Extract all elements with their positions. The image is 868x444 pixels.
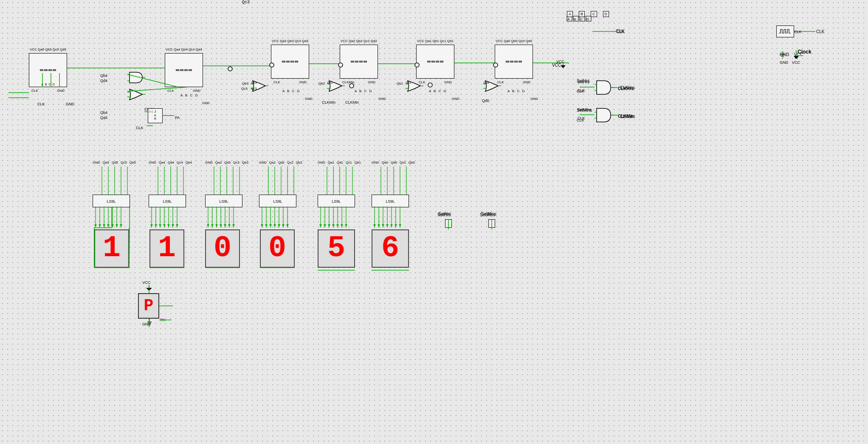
or-gate-1 (127, 87, 149, 102)
svg-marker-118 (269, 224, 272, 227)
gnd-dec0: GND (530, 97, 538, 101)
svg-text:Qc3: Qc3 (251, 87, 257, 90)
svg-marker-78 (111, 224, 114, 227)
svg-text:A: A (567, 17, 570, 21)
seven-seg-display-1: 5 (318, 229, 355, 268)
svg-marker-148 (390, 224, 393, 227)
svg-marker-107 (228, 224, 231, 227)
qb5-label: Qb4 (100, 110, 107, 115)
vcc-sym-bottom (147, 285, 152, 291)
seven-seg-display-3: 0 (205, 229, 240, 268)
setmins-and-gate (595, 106, 618, 124)
svg-marker-119 (273, 224, 276, 227)
svg-marker-133 (332, 224, 335, 227)
svg-marker-136 (345, 224, 347, 227)
svg-marker-92 (167, 224, 170, 227)
svg-text:CLK: CLK (37, 102, 45, 106)
dec5-wires (91, 206, 132, 228)
svg-point-230 (415, 63, 419, 67)
digit-1: 5 (327, 234, 345, 263)
setmins-bottom-label: SetMins (480, 212, 495, 217)
svg-marker-90 (159, 224, 161, 227)
svg-marker-94 (176, 224, 178, 227)
clock-box (776, 25, 794, 37)
sethrs-and-gate (595, 79, 618, 96)
dec3-wires (204, 206, 244, 228)
abcd-cnt2: A B C D (355, 89, 372, 93)
or-gate-4: Qb1 (406, 79, 427, 93)
sethrs-switch[interactable] (445, 219, 452, 228)
svg-marker-89 (155, 224, 157, 227)
svg-marker-93 (172, 224, 174, 227)
svg-text:GND: GND (66, 102, 75, 106)
not-bubble-cnt4 (227, 66, 233, 72)
svg-marker-116 (261, 224, 263, 227)
seg-decoder-4: LS9L (149, 195, 186, 207)
svg-marker-76 (103, 224, 105, 227)
clkmin-output-label: CLKMin (618, 114, 634, 119)
abcd-cnt3: A B C D (282, 89, 300, 93)
svg-marker-75 (99, 224, 101, 227)
svg-marker-134 (336, 224, 339, 227)
digit-0: 6 (381, 234, 399, 263)
svg-text:C: C (580, 17, 583, 21)
seg5-top-labels: GNDQa5Qd5Qc5Qb5 (93, 161, 136, 164)
seg-decoder-1: LS9L (318, 195, 355, 207)
svg-marker-130 (319, 224, 322, 227)
setmins-switch[interactable] (488, 219, 495, 228)
svg-marker-233 (561, 65, 565, 68)
qd4-label: Qd4 (100, 79, 107, 83)
seg-decoder-0: LS9L (372, 195, 409, 207)
digit-5: 1 (103, 234, 121, 263)
seg2-top-labels: GNDQa2Qd2Qc2Qb2 (259, 161, 302, 164)
or-gate-3: Qb2 (327, 79, 348, 93)
pa-wire (159, 318, 172, 322)
seven-seg-display-2: 0 (260, 229, 295, 268)
svg-text:Qb2: Qb2 (327, 81, 333, 85)
gnd-dec1: GND (452, 97, 459, 101)
abcd-right: A B C D (567, 11, 609, 17)
seg3-top-labels: GNDQa3Qd3Qc3Qb3 (205, 161, 248, 164)
svg-marker-132 (328, 224, 330, 227)
svg-marker-135 (341, 224, 343, 227)
seven-seg-display-0: 6 (372, 229, 409, 268)
not-bubble-2 (349, 83, 355, 89)
svg-marker-106 (224, 224, 226, 227)
svg-text:Qb3: Qb3 (251, 81, 257, 85)
seg0-top-labels: GNDQa0Qd0Qc0Qb0 (372, 161, 415, 164)
dec2-wires (258, 206, 298, 228)
svg-text:B: B (574, 17, 576, 21)
svg-marker-103 (211, 224, 214, 227)
clk-label-right: CLK (616, 29, 624, 34)
sethrs-bottom-label: SetHrs (437, 212, 451, 217)
seg1-top-labels: GNDQa1Qd1Qc1Qb1 (318, 161, 361, 164)
svg-marker-117 (265, 224, 268, 227)
vcc-symbol-right (793, 50, 800, 59)
abcd-cnt0: A B C D (507, 89, 525, 93)
qc3-label: Qc3 (242, 0, 250, 5)
qa5-label: Qa5 (100, 116, 107, 120)
gnd-dec3: GND (305, 97, 313, 101)
counter-chip-2: VCC Qa2 Qb2 Qc2 Qd2 CLKMin GND (340, 45, 378, 79)
counter-chip-0: VCC Qa0 Qb0 Qc0 Qd0 CLK GND (495, 45, 533, 79)
seven-seg-display-5: 1 (94, 229, 129, 268)
gnd-symbol-right (780, 51, 786, 60)
clock-wave-icon (778, 27, 792, 36)
dec4-wires (147, 206, 188, 228)
svg-marker-149 (395, 224, 397, 227)
svg-line-180 (129, 228, 130, 268)
svg-marker-144 (373, 224, 376, 227)
svg-marker-146 (382, 224, 384, 227)
p-digit: P (144, 298, 154, 314)
qb1-label: Qb1 (397, 82, 403, 85)
clkhrs-output-label: CLKHrs (618, 86, 634, 91)
gnd-dec2: GND (378, 97, 386, 101)
gnd-label-right: GND (780, 60, 788, 65)
svg-marker-104 (215, 224, 218, 227)
svg-marker-131 (324, 224, 326, 227)
setmins-input-label: SetMins (578, 107, 592, 112)
svg-marker-108 (232, 224, 235, 227)
svg-text:CLK: CLK (816, 29, 825, 34)
svg-point-231 (493, 63, 498, 67)
svg-marker-150 (399, 224, 401, 227)
